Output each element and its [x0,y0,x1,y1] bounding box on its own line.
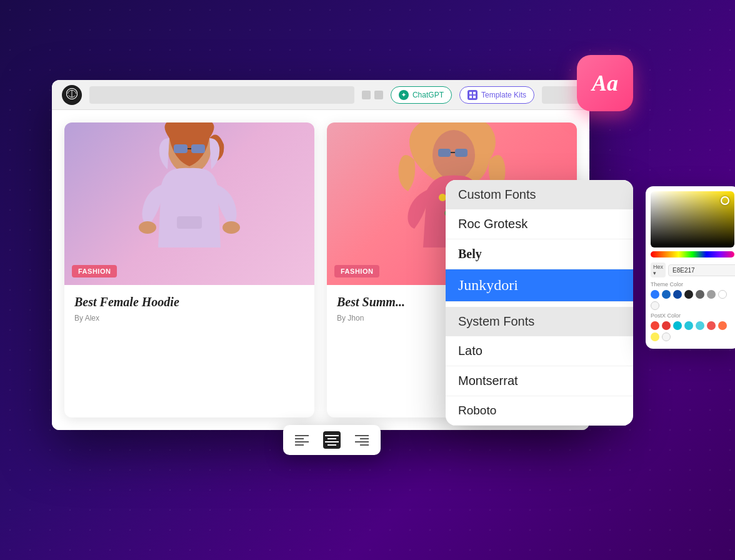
person-figure-1 [102,122,277,285]
align-center-button[interactable] [323,431,341,449]
svg-rect-15 [438,149,451,157]
swatch-red[interactable] [651,321,659,330]
swatch-orange-red[interactable] [718,321,727,330]
color-input-row: Hex ▾ [651,262,734,278]
swatch-coral[interactable] [707,321,716,330]
swatch-teal[interactable] [696,321,704,330]
system-fonts-header: System Fonts [446,307,633,336]
chatgpt-icon: ✦ [399,90,409,100]
aa-badge-label: Aa [592,70,618,96]
card-badge-1: FASHION [72,265,117,278]
card-author-1: By Alex [74,314,304,322]
theme-color-swatches [651,290,734,310]
svg-rect-7 [174,144,188,153]
swatch-gray[interactable] [707,290,716,299]
font-junkydori[interactable]: Junkydori [446,269,633,302]
font-montserrat[interactable]: Montserrat [446,366,633,396]
svg-rect-5 [473,96,476,98]
chatgpt-button[interactable]: ✦ ChatGPT [391,86,452,104]
template-kits-label: Template Kits [481,91,526,99]
url-bar [89,86,354,104]
template-kits-button[interactable]: Template Kits [459,86,534,104]
browser-toolbar: ✦ ChatGPT Template Kits [52,80,589,110]
browser-dot-2 [374,91,383,99]
svg-rect-2 [469,92,472,94]
align-left-button[interactable] [293,431,311,449]
text-alignment-toolbar [283,425,381,455]
swatch-dark-gray[interactable] [696,290,704,299]
svg-rect-4 [469,96,472,98]
swatch-dark-blue[interactable] [662,290,671,299]
color-gradient-picker[interactable] [651,191,734,248]
svg-point-11 [139,221,156,234]
font-roboto[interactable]: Roboto [446,396,633,426]
swatch-white[interactable] [718,290,727,299]
postx-color-swatches-2 [651,332,734,341]
color-picker-panel: Hex ▾ Theme Color PostX Color [646,186,735,349]
card-image-1: FASHION [64,122,314,285]
align-left-icon [295,434,309,446]
svg-point-12 [222,221,240,234]
postx-color-swatches [651,321,734,330]
align-right-button[interactable] [353,431,371,449]
align-right-icon [355,434,369,446]
aa-badge: Aa [577,55,633,111]
font-bely[interactable]: Bely [446,239,633,269]
swatch-light-cyan[interactable] [684,321,693,330]
font-roc-grotesk[interactable]: Roc Grotesk [446,209,633,239]
main-container: Aa ✦ ChatGPT [39,42,696,518]
card-body-1: Best Female Hoodie By Alex [64,285,314,331]
color-hex-input[interactable] [668,264,735,276]
font-lato[interactable]: Lato [446,336,633,366]
swatch-black[interactable] [684,290,693,299]
fashion-card-1: FASHION Best Female Hoodie By Alex [64,122,314,418]
browser-dot-1 [362,91,371,99]
browser-controls [362,91,383,99]
chatgpt-label: ChatGPT [412,91,444,99]
swatch-red-2[interactable] [662,321,671,330]
swatch-near-white[interactable] [662,332,671,341]
card-title-1: Best Female Hoodie [74,294,304,310]
template-kits-icon [468,90,478,100]
svg-rect-10 [177,216,202,229]
swatch-blue[interactable] [651,290,659,299]
color-format-select[interactable]: Hex ▾ [651,262,666,278]
theme-color-label: Theme Color [651,281,734,288]
svg-rect-16 [455,149,468,157]
fonts-panel: Custom Fonts Roc Grotesk Bely Junkydori … [446,180,633,426]
wp-logo-text [66,88,78,102]
swatch-cyan[interactable] [673,321,682,330]
align-center-icon [325,434,339,446]
wp-logo [62,85,82,105]
svg-rect-8 [191,144,205,153]
swatch-yellow[interactable] [651,332,659,341]
svg-rect-3 [473,92,476,94]
custom-fonts-header: Custom Fonts [446,180,633,209]
swatch-light-gray[interactable] [651,301,659,310]
card-badge-2: FASHION [334,265,379,278]
toolbar-placeholder [542,86,579,104]
color-hue-slider[interactable] [651,251,734,258]
swatch-navy[interactable] [673,290,682,299]
postx-color-label: PostX Color [651,312,734,319]
